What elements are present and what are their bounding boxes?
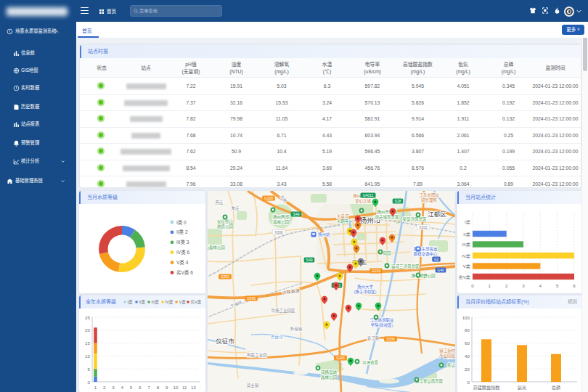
svg-text:IV类: IV类 — [462, 253, 470, 259]
svg-text:X306: X306 — [274, 230, 283, 234]
svg-text:运河三湾风景区: 运河三湾风景区 — [391, 264, 420, 269]
svg-text:10: 10 — [173, 385, 178, 390]
svg-text:1: 1 — [94, 385, 97, 390]
svg-text:20: 20 — [465, 367, 470, 372]
svg-text:西庄: 西庄 — [215, 200, 224, 205]
svg-text:III类: III类 — [462, 242, 470, 248]
svg-text:S49: S49 — [306, 258, 313, 262]
svg-text:大明寺: 大明寺 — [337, 219, 349, 224]
svg-text:闸管理所: 闸管理所 — [421, 197, 438, 203]
svg-text:I类 0: I类 0 — [176, 219, 187, 226]
svg-text:G345: G345 — [247, 296, 256, 301]
svg-text:产业园区: 产业园区 — [439, 353, 455, 359]
svg-text:仪征市: 仪征市 — [216, 338, 234, 345]
svg-text:高锰酸盐指数: 高锰酸盐指数 — [473, 385, 500, 391]
svg-text:S28: S28 — [395, 199, 401, 203]
svg-text:6: 6 — [573, 283, 576, 288]
svg-text:扬州西部: 扬州西部 — [273, 214, 290, 220]
svg-text:5: 5 — [130, 385, 133, 390]
svg-text:V类: V类 — [463, 264, 470, 269]
svg-text:山森林公园: 山森林公园 — [208, 245, 225, 250]
svg-text:100: 100 — [462, 315, 470, 320]
svg-text:总磷: 总磷 — [552, 385, 560, 391]
svg-text:X202: X202 — [419, 225, 428, 229]
svg-text:7: 7 — [147, 385, 150, 390]
svg-text:营业镇: 营业镇 — [247, 383, 259, 388]
svg-text:氨氮: 氨氮 — [518, 385, 526, 391]
svg-text:4: 4 — [121, 385, 124, 390]
svg-text:5: 5 — [88, 367, 91, 372]
svg-text:(扬子津校区): (扬子津校区) — [354, 289, 376, 295]
svg-text:G40: G40 — [437, 268, 444, 272]
svg-text:0: 0 — [467, 380, 470, 385]
svg-text:焦山风景区: 焦山风景区 — [447, 362, 455, 368]
svg-text:森林公园: 森林公园 — [321, 375, 338, 380]
svg-text:V类 4: V类 4 — [176, 259, 189, 266]
svg-text:朱庄: 朱庄 — [231, 205, 240, 211]
svg-text:80: 80 — [465, 327, 470, 332]
svg-text:40: 40 — [465, 354, 470, 359]
svg-text:III类 3: III类 3 — [176, 239, 189, 245]
svg-text:1: 1 — [489, 283, 491, 288]
svg-text:0: 0 — [471, 283, 474, 288]
svg-text:何园: 何园 — [383, 250, 391, 256]
svg-text:扬州大学: 扬州大学 — [357, 284, 374, 290]
svg-text:学院(新校区): 学院(新校区) — [370, 322, 393, 328]
svg-text:G233: G233 — [372, 269, 380, 273]
svg-text:II类 2: II类 2 — [176, 229, 188, 235]
svg-text:江苏旅游职业: 江苏旅游职业 — [369, 317, 394, 323]
svg-text:25: 25 — [85, 315, 90, 320]
svg-text:扬子姆野公园: 扬子姆野公园 — [411, 273, 436, 279]
svg-text:4: 4 — [539, 283, 542, 288]
svg-text:润扬湿地: 润扬湿地 — [321, 369, 338, 375]
svg-text:G4011: G4011 — [363, 193, 374, 197]
svg-text:5: 5 — [556, 283, 559, 288]
svg-text:森林公园: 森林公园 — [273, 219, 290, 225]
svg-text:II类: II类 — [463, 232, 470, 237]
svg-text:G328: G328 — [264, 196, 273, 200]
svg-text:S336: S336 — [386, 337, 395, 341]
svg-text:唐子城风景区: 唐子城风景区 — [375, 214, 399, 220]
svg-text:枢纽交通中心: 枢纽交通中心 — [413, 251, 438, 257]
svg-text:G2: G2 — [434, 257, 439, 261]
svg-text:11: 11 — [182, 385, 187, 390]
svg-text:I类: I类 — [465, 219, 470, 225]
svg-text:60: 60 — [465, 340, 470, 346]
svg-text:瓜洲古渡: 瓜洲古渡 — [362, 359, 379, 365]
svg-text:9: 9 — [166, 385, 168, 390]
svg-text:劣V类 6: 劣V类 6 — [176, 269, 193, 276]
svg-text:3: 3 — [522, 283, 525, 288]
svg-text:镇江新材: 镇江新材 — [439, 348, 455, 354]
svg-text:12: 12 — [191, 385, 196, 390]
svg-text:20: 20 — [85, 327, 90, 332]
svg-text:大运河: 大运河 — [337, 213, 349, 219]
svg-text:地质公园: 地质公园 — [217, 224, 234, 229]
svg-text:梦幻之城: 梦幻之城 — [355, 198, 372, 204]
svg-text:0: 0 — [88, 380, 91, 385]
svg-text:10: 10 — [85, 354, 90, 359]
svg-text:6: 6 — [139, 385, 142, 390]
svg-text:江都区: 江都区 — [428, 211, 446, 218]
svg-text:吉运河: 吉运河 — [271, 334, 283, 340]
svg-text:扬州站: 扬州站 — [318, 232, 330, 237]
svg-text:IV类 6: IV类 6 — [176, 249, 189, 256]
svg-text:江苏省邵仙: 江苏省邵仙 — [419, 192, 439, 198]
svg-text:茱萸湾风景区: 茱萸湾风景区 — [402, 216, 427, 222]
svg-text:15: 15 — [85, 340, 90, 346]
svg-text:镇江金山风景区: 镇江金山风景区 — [415, 378, 444, 384]
svg-text:劣V类: 劣V类 — [458, 274, 470, 280]
svg-text:朴席镇: 朴席镇 — [290, 326, 303, 332]
svg-text:S243: S243 — [336, 356, 345, 360]
svg-text:8: 8 — [157, 385, 160, 390]
svg-text:3: 3 — [112, 385, 115, 390]
svg-text:利民工业园: 利民工业园 — [247, 352, 267, 358]
svg-text:华扬工业园区: 华扬工业园区 — [271, 308, 295, 314]
svg-text:2: 2 — [505, 283, 508, 288]
svg-text:S49: S49 — [293, 212, 300, 216]
svg-text:S353: S353 — [221, 274, 229, 279]
svg-text:2: 2 — [103, 385, 106, 390]
svg-text:春江路: 春江路 — [367, 335, 380, 341]
